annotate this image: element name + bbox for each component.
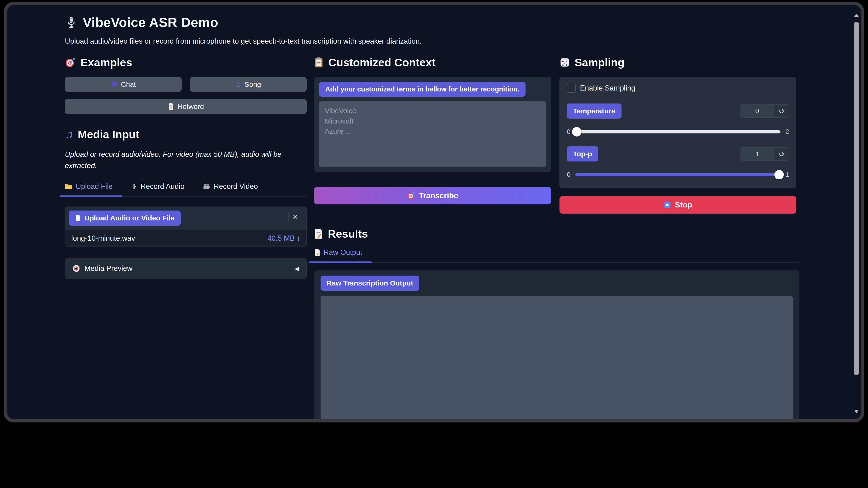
temperature-label-badge: Temperature bbox=[567, 103, 621, 119]
tab-record-video[interactable]: Record Video bbox=[203, 182, 258, 196]
temperature-number-input[interactable] bbox=[740, 105, 774, 118]
tab-raw-output[interactable]: Raw Output bbox=[314, 248, 362, 262]
page-icon bbox=[75, 215, 81, 221]
checkbox-icon[interactable] bbox=[567, 84, 576, 93]
upload-label-badge[interactable]: Upload Audio or Video File bbox=[69, 210, 181, 226]
results-heading: Results bbox=[314, 227, 799, 240]
page-subtitle: Upload audio/video files or record from … bbox=[65, 37, 799, 45]
app-window: VibeVoice ASR Demo Upload audio/video fi… bbox=[4, 2, 864, 422]
clipboard-icon bbox=[314, 57, 323, 68]
stop-icon bbox=[663, 201, 671, 209]
chat-icon bbox=[111, 81, 118, 88]
vertical-scrollbar bbox=[854, 12, 860, 417]
uploaded-file-row: long-10-minute.wav 40.5 MB ↓ bbox=[65, 230, 306, 247]
eye-icon bbox=[72, 264, 80, 272]
sampling-card: Enable Sampling Temperature ↺ 0 bbox=[559, 77, 796, 188]
example-song-button[interactable]: ♫ Song bbox=[190, 77, 307, 92]
context-heading: Customized Context bbox=[314, 56, 551, 69]
top-p-label-badge: Top-p bbox=[567, 147, 598, 161]
record-audio-mic-icon bbox=[131, 183, 137, 190]
file-name: long-10-minute.wav bbox=[71, 234, 135, 242]
example-chat-button[interactable]: Chat bbox=[65, 77, 182, 92]
music-notes-icon: ♫ bbox=[65, 129, 73, 140]
tab-record-audio[interactable]: Record Audio bbox=[131, 182, 184, 196]
temperature-slider[interactable] bbox=[575, 130, 781, 133]
temperature-slider-handle[interactable] bbox=[572, 127, 582, 136]
tab-upload-file[interactable]: Upload File bbox=[65, 182, 113, 196]
memo-icon bbox=[168, 103, 174, 110]
scroll-down-icon[interactable] bbox=[854, 410, 859, 413]
media-input-heading: ♫ Media Input bbox=[65, 128, 307, 141]
context-hint-badge: Add your customized terms in bellow for … bbox=[319, 82, 526, 97]
temperature-min-label: 0 bbox=[567, 128, 570, 135]
raw-output-label-badge: Raw Transcription Output bbox=[320, 275, 420, 291]
target-icon bbox=[65, 57, 76, 68]
target-icon bbox=[407, 192, 415, 200]
memo-icon bbox=[314, 249, 320, 256]
upload-card: Upload Audio or Video File × long-10-min… bbox=[65, 206, 307, 247]
results-tabs: Raw Output bbox=[314, 248, 799, 263]
record-video-camera-icon bbox=[203, 183, 210, 190]
temperature-max-label: 2 bbox=[785, 128, 789, 135]
top-p-reset-button[interactable]: ↺ bbox=[774, 148, 789, 160]
temperature-number-group: ↺ bbox=[740, 104, 789, 118]
results-section: Results Raw Output bbox=[314, 227, 799, 422]
enable-sampling-checkbox[interactable]: Enable Sampling bbox=[567, 84, 789, 93]
dice-icon bbox=[559, 57, 570, 68]
top-p-slider[interactable] bbox=[575, 173, 781, 176]
page-header: VibeVoice ASR Demo bbox=[65, 14, 799, 30]
file-download-link[interactable]: 40.5 MB ↓ bbox=[268, 234, 300, 242]
top-p-max-label: 1 bbox=[785, 171, 789, 178]
top-p-slider-handle[interactable] bbox=[774, 170, 784, 180]
raw-output-textarea[interactable] bbox=[320, 296, 793, 422]
sampling-heading: Sampling bbox=[559, 56, 796, 69]
media-input-tabs: Upload File bbox=[65, 182, 307, 197]
context-card: Add your customized terms in bellow for … bbox=[314, 77, 551, 172]
transcribe-button[interactable]: Transcribe bbox=[314, 187, 551, 204]
media-input-description: Upload or record audio/video. For video … bbox=[65, 149, 307, 171]
chevron-left-icon: ◀ bbox=[294, 265, 299, 272]
context-terms-input[interactable] bbox=[319, 101, 546, 167]
scroll-up-icon[interactable] bbox=[854, 14, 859, 17]
folder-icon bbox=[65, 183, 72, 190]
music-note-icon: ♫ bbox=[236, 80, 241, 88]
top-p-number-input[interactable] bbox=[740, 148, 774, 160]
microphone-icon bbox=[65, 16, 78, 29]
raw-output-panel: Raw Transcription Output bbox=[314, 270, 799, 422]
stop-button[interactable]: Stop bbox=[559, 196, 796, 214]
media-preview-accordion[interactable]: Media Preview ◀ bbox=[65, 258, 307, 279]
download-icon: ↓ bbox=[297, 234, 301, 242]
scrollbar-thumb[interactable] bbox=[854, 22, 859, 375]
media-preview-label: Media Preview bbox=[85, 264, 132, 273]
top-p-number-group: ↺ bbox=[740, 148, 789, 161]
examples-heading: Examples bbox=[65, 56, 307, 69]
temperature-reset-button[interactable]: ↺ bbox=[774, 105, 789, 118]
close-icon[interactable]: × bbox=[288, 210, 302, 223]
example-hotword-button[interactable]: Hotword bbox=[65, 99, 307, 114]
memo-icon bbox=[314, 229, 323, 239]
top-p-min-label: 0 bbox=[567, 171, 570, 178]
page-title: VibeVoice ASR Demo bbox=[83, 14, 218, 30]
